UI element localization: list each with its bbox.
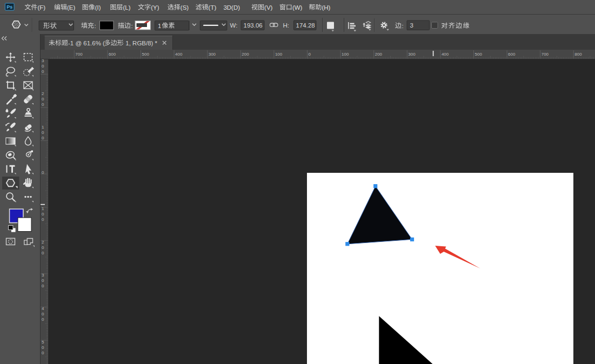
svg-text:3: 3 — [42, 273, 44, 278]
svg-text:1: 1 — [158, 23, 161, 29]
svg-text:3D(D): 3D(D) — [223, 4, 240, 11]
svg-text:0: 0 — [309, 52, 311, 57]
svg-text:300: 300 — [209, 52, 216, 57]
svg-text:(F): (F) — [37, 4, 45, 11]
svg-text:100: 100 — [275, 52, 283, 57]
svg-text:-1 @ 61.6% (: -1 @ 61.6% ( — [68, 40, 105, 46]
svg-text:(W): (W) — [292, 4, 303, 11]
svg-text:400: 400 — [442, 52, 449, 57]
svg-text:(Y): (Y) — [151, 4, 159, 11]
svg-text:200: 200 — [375, 52, 383, 57]
svg-text:200: 200 — [242, 52, 249, 57]
svg-text:400: 400 — [175, 52, 183, 57]
svg-text:193.06: 193.06 — [244, 22, 263, 29]
svg-text:0: 0 — [42, 312, 44, 316]
svg-text:0: 0 — [42, 97, 44, 102]
svg-text:0: 0 — [42, 212, 44, 217]
svg-text::: : — [95, 23, 96, 29]
svg-text::: : — [402, 23, 404, 29]
svg-text:3: 3 — [42, 58, 44, 63]
svg-text:0: 0 — [42, 245, 44, 250]
svg-text:Ps: Ps — [6, 4, 12, 10]
svg-text:500: 500 — [475, 52, 483, 57]
svg-text:(L): (L) — [123, 4, 131, 11]
svg-text:0: 0 — [42, 102, 44, 107]
svg-text:0: 0 — [42, 284, 44, 288]
svg-text:0: 0 — [42, 317, 44, 322]
svg-text:2: 2 — [42, 91, 44, 96]
svg-text:0: 0 — [42, 251, 44, 255]
svg-text:700: 700 — [75, 52, 83, 57]
svg-text:0: 0 — [42, 69, 44, 74]
svg-text:2: 2 — [42, 240, 44, 245]
svg-text::: : — [131, 23, 133, 29]
svg-text:3: 3 — [410, 22, 413, 29]
svg-text:500: 500 — [142, 52, 150, 57]
svg-text:300: 300 — [408, 52, 416, 57]
svg-text:5: 5 — [42, 340, 44, 345]
svg-text:800: 800 — [574, 52, 582, 57]
svg-text:1: 1 — [42, 125, 44, 130]
svg-text:0: 0 — [42, 64, 44, 69]
svg-text:174.28: 174.28 — [296, 22, 315, 29]
svg-text:W:: W: — [230, 22, 238, 29]
svg-text:(E): (E) — [67, 4, 76, 11]
svg-text:0: 0 — [42, 217, 44, 222]
svg-text:600: 600 — [508, 52, 516, 57]
svg-text:0: 0 — [42, 345, 44, 350]
svg-text:1: 1 — [42, 206, 44, 211]
svg-text:0: 0 — [42, 350, 44, 355]
svg-text:600: 600 — [109, 52, 116, 57]
svg-text:(V): (V) — [264, 4, 273, 11]
svg-text:1, RGB/8) *: 1, RGB/8) * — [125, 40, 157, 46]
svg-text:0: 0 — [42, 136, 44, 140]
svg-text:0: 0 — [42, 170, 44, 175]
svg-text:0: 0 — [42, 130, 44, 135]
svg-text:4: 4 — [42, 306, 44, 311]
svg-text:0: 0 — [42, 278, 44, 283]
svg-text:700: 700 — [541, 52, 549, 57]
svg-text:(H): (H) — [322, 4, 330, 11]
svg-text:100: 100 — [342, 52, 349, 57]
svg-text:(I): (I) — [95, 4, 101, 11]
svg-text:(S): (S) — [180, 4, 189, 11]
svg-text:(T): (T) — [209, 4, 217, 11]
svg-text:H:: H: — [283, 22, 290, 29]
